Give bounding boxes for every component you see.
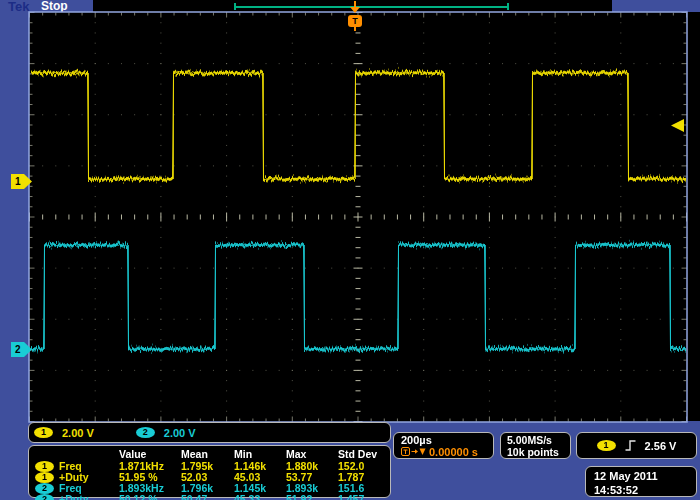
measurement-max: 51.92 [286, 493, 338, 500]
rising-edge-icon [624, 439, 637, 452]
trigger-delay-icon [401, 447, 426, 457]
measurement-header-row: Value Mean Min Max Std Dev [35, 448, 390, 459]
col-mean: Mean [181, 448, 234, 460]
measurement-min: 45.33 [234, 493, 286, 500]
sample-rate: 5.00MS/s [507, 434, 570, 446]
col-min: Min [234, 448, 286, 460]
timebase-scale: 200µs [401, 434, 493, 446]
measurement-mean: 50.47 [181, 493, 234, 500]
measurement-table: Value Mean Min Max Std Dev 1Freq1.871kHz… [28, 445, 391, 498]
record-length: 10k points [507, 446, 570, 458]
measurement-row: 2+Duty50.12 %50.4745.3351.921.457 [35, 493, 390, 500]
oscilloscope-screen: Tek Stop T 1 2 1 2.00 V 2 2.00 V Value M… [0, 0, 700, 500]
measurement-row: 1+Duty51.95 %52.0345.0353.771.787 [35, 471, 390, 482]
col-value: Value [119, 448, 181, 460]
measurement-value: 50.12 % [119, 493, 181, 500]
measurement-stddev: 1.457 [338, 493, 390, 500]
trigger-source-badge: 1 [597, 440, 616, 451]
trigger-readout[interactable]: 1 2.56 V [576, 432, 697, 459]
ch2-badge: 2 [136, 427, 155, 438]
ch1-scale: 2.00 V [62, 427, 94, 439]
measurement-row: 1Freq1.871kHz1.795k1.146k1.880k152.0 [35, 460, 390, 471]
measurement-row: 2Freq1.893kHz1.796k1.145k1.893k151.6 [35, 482, 390, 493]
acquisition-readout[interactable]: 5.00MS/s 10k points [500, 432, 571, 459]
col-stddev: Std Dev [338, 448, 390, 460]
date-label: 12 May 2011 [594, 469, 696, 483]
col-max: Max [286, 448, 338, 460]
horizontal-readout[interactable]: 200µs 0.00000 s [393, 432, 494, 459]
trigger-position-stem [354, 1, 356, 8]
channel-scale-readout[interactable]: 1 2.00 V 2 2.00 V [28, 422, 391, 443]
trigger-position-flag[interactable]: T [348, 15, 362, 27]
trigger-position-tail [354, 27, 356, 31]
ch2-scale: 2.00 V [164, 427, 196, 439]
trigger-level-value: 2.56 V [645, 440, 677, 452]
ch1-badge: 1 [34, 427, 53, 438]
measurement-rows: 1Freq1.871kHz1.795k1.146k1.880k152.01+Du… [35, 460, 390, 500]
trigger-delay-value: 0.00000 s [429, 446, 478, 458]
datetime-readout: 12 May 2011 14:53:52 [585, 466, 697, 497]
time-label: 14:53:52 [594, 483, 696, 497]
measurement-name: +Duty [59, 493, 119, 500]
